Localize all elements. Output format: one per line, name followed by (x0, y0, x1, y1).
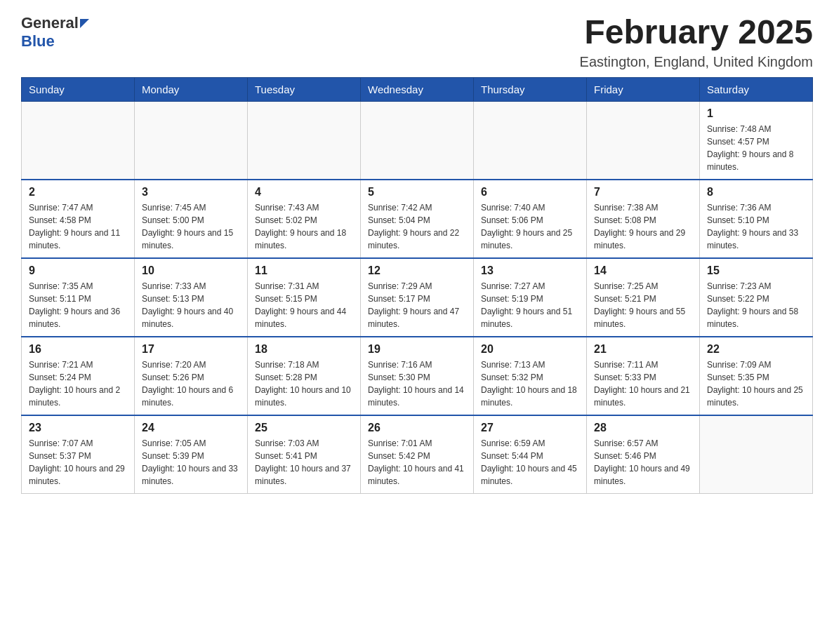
day-number: 14 (594, 264, 692, 277)
day-info: Sunrise: 7:40 AMSunset: 5:06 PMDaylight:… (481, 201, 579, 252)
weekday-header-friday: Friday (587, 77, 700, 101)
day-number: 16 (29, 343, 127, 356)
calendar-cell: 19Sunrise: 7:16 AMSunset: 5:30 PMDayligh… (361, 337, 474, 415)
day-info: Sunrise: 7:35 AMSunset: 5:11 PMDaylight:… (29, 280, 127, 330)
calendar-cell: 26Sunrise: 7:01 AMSunset: 5:42 PMDayligh… (361, 415, 474, 494)
weekday-header-tuesday: Tuesday (248, 77, 361, 101)
day-number: 15 (707, 264, 805, 277)
day-number: 2 (29, 186, 127, 199)
weekday-header-saturday: Saturday (700, 77, 813, 101)
day-info: Sunrise: 7:31 AMSunset: 5:15 PMDaylight:… (255, 280, 353, 330)
day-info: Sunrise: 7:05 AMSunset: 5:39 PMDaylight:… (142, 437, 240, 488)
day-number: 7 (594, 186, 692, 199)
calendar-cell: 2Sunrise: 7:47 AMSunset: 4:58 PMDaylight… (22, 180, 135, 258)
calendar-cell: 28Sunrise: 6:57 AMSunset: 5:46 PMDayligh… (587, 415, 700, 494)
day-info: Sunrise: 7:27 AMSunset: 5:19 PMDaylight:… (481, 280, 579, 330)
day-number: 25 (255, 422, 353, 434)
day-number: 17 (142, 343, 240, 356)
logo: General Blue (21, 14, 89, 51)
day-info: Sunrise: 7:09 AMSunset: 5:35 PMDaylight:… (707, 358, 805, 409)
day-info: Sunrise: 6:57 AMSunset: 5:46 PMDaylight:… (594, 437, 692, 488)
day-info: Sunrise: 7:07 AMSunset: 5:37 PMDaylight:… (29, 437, 127, 488)
calendar-cell: 5Sunrise: 7:42 AMSunset: 5:04 PMDaylight… (361, 180, 474, 258)
day-info: Sunrise: 7:13 AMSunset: 5:32 PMDaylight:… (481, 358, 579, 409)
day-number: 19 (368, 343, 466, 356)
week-row-2: 2Sunrise: 7:47 AMSunset: 4:58 PMDaylight… (22, 180, 813, 258)
day-info: Sunrise: 7:33 AMSunset: 5:13 PMDaylight:… (142, 280, 240, 330)
day-info: Sunrise: 7:48 AMSunset: 4:57 PMDaylight:… (707, 123, 805, 173)
day-number: 8 (707, 186, 805, 199)
day-number: 5 (368, 186, 466, 199)
day-info: Sunrise: 7:42 AMSunset: 5:04 PMDaylight:… (368, 201, 466, 252)
day-number: 20 (481, 343, 579, 356)
day-info: Sunrise: 7:25 AMSunset: 5:21 PMDaylight:… (594, 280, 692, 330)
calendar-cell: 3Sunrise: 7:45 AMSunset: 5:00 PMDaylight… (135, 180, 248, 258)
calendar-cell: 7Sunrise: 7:38 AMSunset: 5:08 PMDaylight… (587, 180, 700, 258)
weekday-header-thursday: Thursday (474, 77, 587, 101)
day-number: 1 (707, 107, 805, 120)
weekday-header-wednesday: Wednesday (361, 77, 474, 101)
calendar-cell: 18Sunrise: 7:18 AMSunset: 5:28 PMDayligh… (248, 337, 361, 415)
calendar-cell (22, 101, 135, 180)
day-number: 13 (481, 264, 579, 277)
calendar-cell: 12Sunrise: 7:29 AMSunset: 5:17 PMDayligh… (361, 258, 474, 337)
calendar-cell (700, 415, 813, 494)
day-info: Sunrise: 7:21 AMSunset: 5:24 PMDaylight:… (29, 358, 127, 409)
day-number: 26 (368, 422, 466, 434)
day-info: Sunrise: 7:11 AMSunset: 5:33 PMDaylight:… (594, 358, 692, 409)
calendar-cell: 25Sunrise: 7:03 AMSunset: 5:41 PMDayligh… (248, 415, 361, 494)
calendar-cell: 16Sunrise: 7:21 AMSunset: 5:24 PMDayligh… (22, 337, 135, 415)
day-number: 9 (29, 264, 127, 277)
calendar-cell: 9Sunrise: 7:35 AMSunset: 5:11 PMDaylight… (22, 258, 135, 337)
logo-general-text: General (21, 14, 79, 32)
calendar-cell: 24Sunrise: 7:05 AMSunset: 5:39 PMDayligh… (135, 415, 248, 494)
day-number: 11 (255, 264, 353, 277)
day-info: Sunrise: 7:18 AMSunset: 5:28 PMDaylight:… (255, 358, 353, 409)
day-info: Sunrise: 7:20 AMSunset: 5:26 PMDaylight:… (142, 358, 240, 409)
calendar-cell: 14Sunrise: 7:25 AMSunset: 5:21 PMDayligh… (587, 258, 700, 337)
day-info: Sunrise: 7:29 AMSunset: 5:17 PMDaylight:… (368, 280, 466, 330)
calendar-cell: 20Sunrise: 7:13 AMSunset: 5:32 PMDayligh… (474, 337, 587, 415)
day-number: 22 (707, 343, 805, 356)
weekday-header-sunday: Sunday (22, 77, 135, 101)
day-number: 21 (594, 343, 692, 356)
week-row-3: 9Sunrise: 7:35 AMSunset: 5:11 PMDaylight… (22, 258, 813, 337)
week-row-5: 23Sunrise: 7:07 AMSunset: 5:37 PMDayligh… (22, 415, 813, 494)
calendar-cell: 8Sunrise: 7:36 AMSunset: 5:10 PMDaylight… (700, 180, 813, 258)
title-block: February 2025 Eastington, England, Unite… (580, 14, 813, 70)
logo-blue-text: Blue (21, 32, 55, 51)
day-info: Sunrise: 6:59 AMSunset: 5:44 PMDaylight:… (481, 437, 579, 488)
day-info: Sunrise: 7:36 AMSunset: 5:10 PMDaylight:… (707, 201, 805, 252)
calendar-cell: 11Sunrise: 7:31 AMSunset: 5:15 PMDayligh… (248, 258, 361, 337)
day-info: Sunrise: 7:03 AMSunset: 5:41 PMDaylight:… (255, 437, 353, 488)
day-number: 3 (142, 186, 240, 199)
day-number: 24 (142, 422, 240, 434)
day-number: 6 (481, 186, 579, 199)
day-number: 28 (594, 422, 692, 434)
calendar-table: SundayMondayTuesdayWednesdayThursdayFrid… (21, 77, 813, 494)
calendar-cell: 22Sunrise: 7:09 AMSunset: 5:35 PMDayligh… (700, 337, 813, 415)
calendar-cell: 23Sunrise: 7:07 AMSunset: 5:37 PMDayligh… (22, 415, 135, 494)
calendar-cell (248, 101, 361, 180)
calendar-cell (587, 101, 700, 180)
calendar-cell: 17Sunrise: 7:20 AMSunset: 5:26 PMDayligh… (135, 337, 248, 415)
calendar-cell: 6Sunrise: 7:40 AMSunset: 5:06 PMDaylight… (474, 180, 587, 258)
day-number: 23 (29, 422, 127, 434)
week-row-1: 1Sunrise: 7:48 AMSunset: 4:57 PMDaylight… (22, 101, 813, 180)
day-number: 10 (142, 264, 240, 277)
calendar-cell: 4Sunrise: 7:43 AMSunset: 5:02 PMDaylight… (248, 180, 361, 258)
calendar-cell: 10Sunrise: 7:33 AMSunset: 5:13 PMDayligh… (135, 258, 248, 337)
calendar-cell: 1Sunrise: 7:48 AMSunset: 4:57 PMDaylight… (700, 101, 813, 180)
page-header: General Blue February 2025 Eastington, E… (21, 14, 813, 70)
calendar-cell: 27Sunrise: 6:59 AMSunset: 5:44 PMDayligh… (474, 415, 587, 494)
weekday-header-row: SundayMondayTuesdayWednesdayThursdayFrid… (22, 77, 813, 101)
day-number: 4 (255, 186, 353, 199)
day-info: Sunrise: 7:16 AMSunset: 5:30 PMDaylight:… (368, 358, 466, 409)
day-info: Sunrise: 7:47 AMSunset: 4:58 PMDaylight:… (29, 201, 127, 252)
month-title: February 2025 (580, 14, 813, 51)
calendar-cell (361, 101, 474, 180)
calendar-cell (135, 101, 248, 180)
day-number: 27 (481, 422, 579, 434)
day-number: 12 (368, 264, 466, 277)
weekday-header-monday: Monday (135, 77, 248, 101)
